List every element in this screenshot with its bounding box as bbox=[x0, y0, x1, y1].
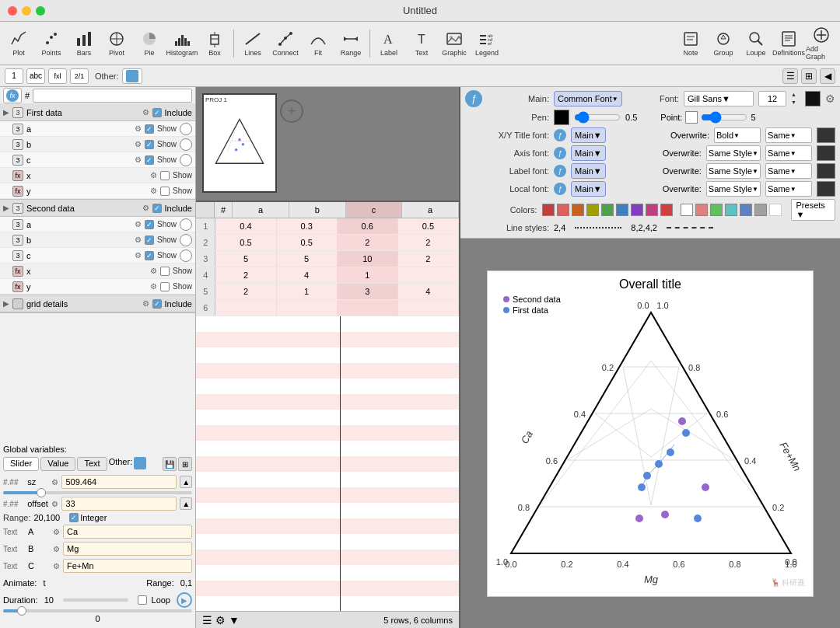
second-b-gear[interactable]: ⚙ bbox=[135, 236, 142, 244]
second-c-show-check[interactable]: ✓ bbox=[145, 251, 154, 260]
format-pen-slider[interactable] bbox=[574, 111, 621, 124]
format-font-select[interactable]: Gill Sans ▼ bbox=[684, 91, 754, 106]
ss-cell-2-a[interactable]: 0.5 bbox=[215, 235, 276, 250]
global-tab-other-icon[interactable] bbox=[134, 457, 146, 469]
bottom-settings-icon[interactable]: ⚙ bbox=[215, 614, 226, 626]
second-x-show-check[interactable] bbox=[160, 267, 170, 276]
tb2-other-dropdown[interactable] bbox=[122, 68, 142, 84]
font-step-up[interactable]: ▲ bbox=[791, 91, 800, 99]
global-offset-gear[interactable]: ⚙ bbox=[51, 500, 58, 508]
toolbar-range[interactable]: Range bbox=[335, 25, 366, 62]
grid-details-gear[interactable]: ⚙ bbox=[142, 299, 149, 308]
second-y-show-check[interactable] bbox=[160, 282, 170, 291]
second-data-gear[interactable]: ⚙ bbox=[142, 204, 149, 212]
first-data-include-check[interactable]: ✓ bbox=[152, 108, 162, 117]
ss-cell-4-b[interactable]: 4 bbox=[277, 267, 338, 283]
second-a-color[interactable] bbox=[180, 218, 192, 231]
first-c-gear[interactable]: ⚙ bbox=[135, 155, 142, 164]
global-save-icon[interactable]: 💾 bbox=[163, 457, 177, 471]
first-c-color[interactable] bbox=[180, 154, 192, 166]
ss-cell-5-a[interactable]: 2 bbox=[215, 284, 276, 299]
global-grid-icon[interactable]: ⊞ bbox=[178, 457, 192, 471]
ss-cell-6-a[interactable] bbox=[215, 300, 276, 316]
ss-cell-5-a2[interactable]: 4 bbox=[398, 284, 459, 299]
toolbar-definitions[interactable]: Definitions bbox=[773, 25, 804, 62]
ss-col-header-a2[interactable]: a bbox=[402, 202, 459, 218]
format-local-color-swatch[interactable] bbox=[817, 181, 835, 197]
toolbar-graphic[interactable]: Graphic bbox=[439, 25, 470, 62]
format-xy-overwrite-sel[interactable]: Bold▼ bbox=[714, 127, 761, 143]
swatch-1[interactable] bbox=[542, 204, 555, 216]
second-a-show-check[interactable]: ✓ bbox=[145, 220, 154, 229]
swatch-9[interactable] bbox=[660, 204, 673, 216]
bottom-filter-icon[interactable]: ▼ bbox=[229, 614, 240, 626]
global-b-gear[interactable]: ⚙ bbox=[53, 545, 60, 553]
format-label-overwrite-sel[interactable]: Same Style▼ bbox=[706, 163, 761, 179]
first-a-gear[interactable]: ⚙ bbox=[135, 124, 142, 133]
toolbar-pivot[interactable]: Pivot bbox=[101, 25, 132, 62]
toolbar-points[interactable]: Points bbox=[36, 25, 67, 62]
second-x-gear[interactable]: ⚙ bbox=[150, 267, 157, 275]
second-y-gear[interactable]: ⚙ bbox=[150, 282, 157, 291]
ss-cell-3-c[interactable]: 10 bbox=[338, 251, 398, 267]
toolbar-note[interactable]: Note bbox=[675, 25, 706, 62]
first-b-color[interactable] bbox=[180, 138, 192, 151]
toolbar-pie[interactable]: Pie bbox=[134, 25, 165, 62]
tb2-num-icon[interactable]: 1 bbox=[5, 68, 23, 84]
ss-cell-6-b[interactable] bbox=[277, 300, 338, 316]
tb2-grid-btn[interactable]: ⊞ bbox=[801, 68, 817, 84]
toolbar-loupe[interactable]: Loupe bbox=[740, 25, 772, 62]
tb2-fxl-icon[interactable]: fxl bbox=[48, 68, 67, 84]
presets-button[interactable]: Presets ▼ bbox=[791, 199, 835, 221]
swatch-3[interactable] bbox=[572, 204, 584, 216]
toolbar-fit[interactable]: Fit bbox=[303, 25, 334, 62]
global-c-value[interactable] bbox=[63, 559, 192, 573]
tb2-abc-icon[interactable]: abc bbox=[26, 68, 45, 84]
swatch-11[interactable] bbox=[695, 204, 708, 216]
grid-details-include-check[interactable]: ✓ bbox=[152, 299, 162, 309]
add-graph-button[interactable]: + bbox=[280, 99, 303, 123]
format-xy-font-badge[interactable]: Main ▼ bbox=[571, 127, 606, 143]
swatch-6[interactable] bbox=[616, 204, 628, 216]
second-c-gear[interactable]: ⚙ bbox=[135, 251, 142, 260]
swatch-12[interactable] bbox=[710, 204, 723, 216]
global-a-value[interactable] bbox=[63, 525, 192, 539]
format-axis-font-badge[interactable]: Main ▼ bbox=[571, 145, 606, 161]
toolbar-connect[interactable]: Connect bbox=[270, 25, 301, 62]
global-tab-slider[interactable]: Slider bbox=[3, 457, 39, 471]
ss-cell-4-c[interactable]: 1 bbox=[338, 267, 398, 283]
toolbar-box[interactable]: Box bbox=[199, 25, 230, 62]
first-y-show-check[interactable] bbox=[160, 187, 170, 196]
ss-col-header-b[interactable]: b bbox=[289, 202, 346, 218]
ss-cell-2-b[interactable]: 0.5 bbox=[277, 235, 338, 250]
ss-cell-4-a[interactable]: 2 bbox=[215, 267, 276, 283]
hash-input[interactable] bbox=[33, 89, 192, 103]
format-xy-color-swatch[interactable] bbox=[817, 127, 835, 143]
font-step-down[interactable]: ▼ bbox=[791, 99, 800, 106]
format-local-overwrite-sel[interactable]: Same Style▼ bbox=[706, 181, 761, 197]
first-x-gear[interactable]: ⚙ bbox=[150, 171, 157, 180]
tb2-arrow-btn[interactable]: ◀ bbox=[820, 68, 835, 84]
swatch-14[interactable] bbox=[740, 204, 752, 216]
first-x-show-check[interactable] bbox=[160, 171, 170, 180]
ss-cell-6-a2[interactable] bbox=[398, 300, 459, 316]
first-a-color[interactable] bbox=[180, 123, 192, 135]
second-a-gear[interactable]: ⚙ bbox=[135, 220, 142, 229]
global-offset-value[interactable] bbox=[61, 497, 177, 511]
second-data-include-check[interactable]: ✓ bbox=[152, 204, 162, 213]
format-axis-color-swatch[interactable] bbox=[817, 145, 835, 161]
global-sz-value[interactable] bbox=[61, 475, 177, 489]
ss-cell-1-a[interactable]: 0.4 bbox=[215, 218, 276, 234]
toolbar-text[interactable]: T Text bbox=[406, 25, 437, 62]
toolbar-add-graph[interactable]: Add Graph bbox=[806, 25, 837, 62]
ss-col-header-c[interactable]: c bbox=[346, 202, 403, 218]
first-data-gear[interactable]: ⚙ bbox=[142, 108, 149, 117]
ss-cell-3-a2[interactable]: 2 bbox=[398, 251, 459, 267]
format-label-overwrite-sel2[interactable]: Same▼ bbox=[765, 163, 812, 179]
global-c-gear[interactable]: ⚙ bbox=[53, 562, 60, 570]
second-c-color[interactable] bbox=[180, 249, 192, 262]
ss-cell-1-a2[interactable]: 0.5 bbox=[398, 218, 459, 234]
ss-cell-2-c[interactable]: 2 bbox=[338, 235, 398, 250]
second-b-show-check[interactable]: ✓ bbox=[145, 236, 154, 245]
toolbar-group[interactable]: Group bbox=[708, 25, 739, 62]
